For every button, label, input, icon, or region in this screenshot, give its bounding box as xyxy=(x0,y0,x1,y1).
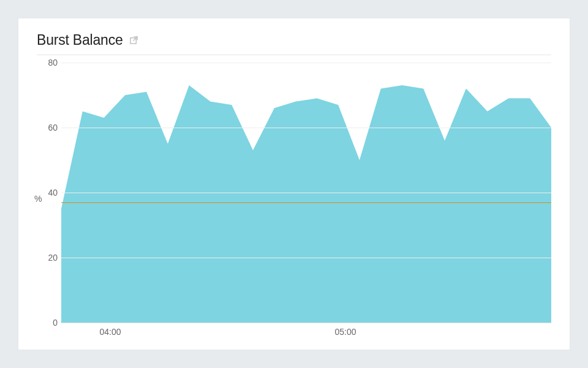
grid-line xyxy=(61,258,551,258)
grid-line xyxy=(61,193,551,193)
grid-line xyxy=(61,128,551,128)
plot-box[interactable]: 020406080 04:0005:00 xyxy=(61,58,551,340)
y-tick-label: 60 xyxy=(40,123,58,132)
x-tick-label: 04:00 xyxy=(99,327,121,337)
y-tick-label: 40 xyxy=(40,188,58,197)
y-tick-label: 0 xyxy=(40,318,58,328)
x-tick-label: 05:00 xyxy=(334,327,356,337)
y-axis: % xyxy=(37,58,61,340)
panel-header: Burst Balance xyxy=(37,32,551,55)
x-axis: 04:0005:00 xyxy=(61,323,551,340)
chart-panel: Burst Balance % 020406080 04:0005:00 xyxy=(18,18,570,350)
chart-area: % 020406080 04:0005:00 xyxy=(37,58,551,340)
panel-title: Burst Balance xyxy=(37,32,123,48)
y-tick-label: 80 xyxy=(40,58,58,67)
external-link-icon[interactable] xyxy=(129,36,138,45)
threshold-line xyxy=(61,202,551,203)
y-tick-label: 20 xyxy=(40,253,58,263)
plot-inner: 020406080 xyxy=(61,63,551,323)
grid-line xyxy=(61,63,551,63)
